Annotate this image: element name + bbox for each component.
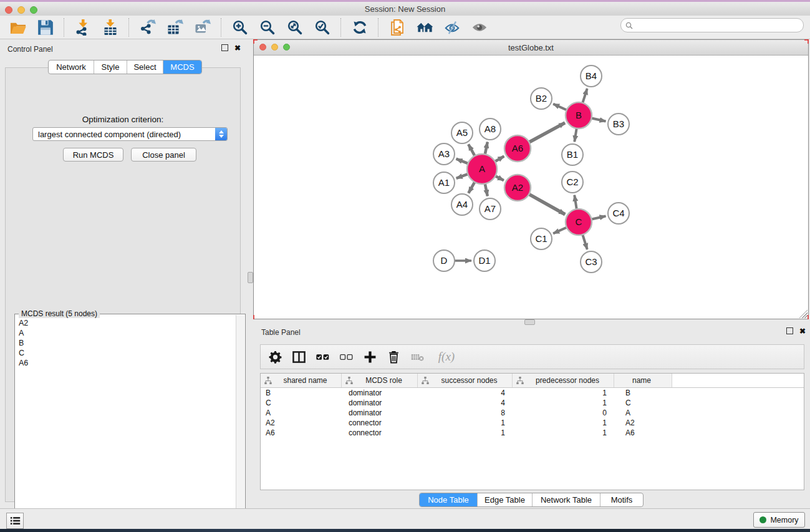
node-label-A7: A7 [485, 203, 496, 214]
edge-C-C3[interactable] [582, 233, 587, 249]
eye-hide-button[interactable] [443, 19, 461, 36]
mcds-result-item[interactable]: C [16, 348, 236, 358]
edge-B-B3[interactable] [591, 118, 606, 121]
refresh-button[interactable] [350, 19, 369, 36]
table-row[interactable]: Adominator80A [261, 408, 804, 418]
tab-mcds[interactable]: MCDS [163, 60, 201, 74]
mcds-result-item[interactable]: A2 [16, 318, 236, 328]
mcds-result-item[interactable]: B [16, 338, 236, 348]
network-column-icon [342, 377, 353, 384]
edge-C-C4[interactable] [591, 216, 606, 219]
check-all-button[interactable] [316, 349, 330, 364]
search-field[interactable] [620, 18, 804, 32]
import-table-button[interactable] [101, 19, 120, 36]
node-label-B1: B1 [567, 149, 578, 160]
export-image-button[interactable] [193, 19, 212, 36]
edge-B-B1[interactable] [574, 127, 577, 142]
criterion-dropdown[interactable]: largest connected component (directed) [32, 127, 228, 141]
float-panel-icon[interactable] [221, 44, 228, 51]
edge-B-B2[interactable] [553, 104, 568, 111]
column-header-name[interactable]: name [614, 374, 672, 387]
eye-show-button[interactable] [470, 19, 489, 36]
node-label-A8: A8 [485, 123, 496, 134]
tab-node-table[interactable]: Node Table [420, 493, 478, 506]
edge-A-A8[interactable] [485, 142, 487, 156]
network-window-titlebar[interactable]: testGlobe.txt [254, 40, 808, 56]
toolbar-group [130, 19, 221, 36]
table-row[interactable]: A6connector11A6 [261, 428, 804, 438]
zoom-out-button[interactable] [258, 19, 277, 36]
table-cell: A6 [261, 428, 342, 437]
float-table-panel-icon[interactable] [786, 327, 793, 334]
uncheck-all-button[interactable] [339, 349, 354, 364]
delete-table-button [410, 349, 425, 364]
gear-button[interactable] [268, 349, 282, 364]
close-table-panel-icon[interactable]: ✖ [799, 328, 806, 334]
close-panel-icon[interactable]: ✖ [234, 45, 241, 51]
add-column-icon [364, 351, 377, 364]
table-header-row: shared nameMCDS rolesuccessor nodesprede… [261, 374, 804, 388]
run-mcds-button[interactable]: Run MCDS [63, 148, 123, 162]
main-toolbar [0, 16, 810, 39]
table-cell: 0 [513, 409, 614, 417]
import-network-button[interactable] [74, 19, 92, 36]
edge-A-A4[interactable] [468, 181, 475, 193]
edge-A-A1[interactable] [456, 173, 470, 178]
network-canvas[interactable]: AA6A2BCA5A8A3A1A4A7B2B4B3B1C2C4C1C3DD1 [254, 56, 808, 319]
table-cell: dominator [342, 399, 418, 407]
edge-A-A7[interactable] [485, 183, 487, 196]
column-header-successor-nodes[interactable]: successor nodes [418, 374, 513, 387]
nodes-layer: AA6A2BCA5A8A3A1A4A7B2B4B3B1C2C4C1C3DD1 [433, 65, 629, 273]
split-view-icon [292, 351, 306, 364]
split-view-button[interactable] [292, 349, 306, 364]
edge-B-B4[interactable] [582, 89, 587, 104]
tab-motifs[interactable]: Motifs [600, 493, 643, 506]
edge-A-A3[interactable] [456, 159, 470, 164]
column-header-MCDS-role[interactable]: MCDS role [342, 374, 418, 387]
clone-network-button[interactable] [388, 19, 407, 36]
search-input[interactable] [633, 21, 803, 30]
add-column-button[interactable] [363, 349, 377, 364]
close-panel-button[interactable]: Close panel [131, 148, 196, 162]
table-row[interactable]: Cdominator41C [261, 398, 804, 408]
tab-style[interactable]: Style [94, 60, 127, 74]
mcds-result-item[interactable]: A [16, 328, 236, 338]
edge-A2-C[interactable] [528, 193, 566, 214]
table-row[interactable]: Bdominator41B [261, 388, 804, 398]
mcds-result-item[interactable]: A6 [16, 358, 236, 368]
clone-network-icon [389, 19, 405, 36]
mcds-result-title: MCDS result (5 nodes) [19, 309, 100, 318]
save-button[interactable] [36, 19, 55, 36]
table-cell: A [261, 409, 342, 417]
window-resize-grip[interactable] [799, 309, 808, 318]
edge-C-C2[interactable] [574, 195, 577, 210]
trash-button[interactable] [387, 349, 401, 364]
home-pair-button[interactable] [415, 19, 434, 36]
open-folder-button[interactable] [9, 19, 27, 36]
edge-A-A5[interactable] [468, 144, 475, 157]
task-history-button[interactable] [6, 513, 24, 529]
export-table-button[interactable] [166, 19, 185, 36]
tab-network-table[interactable]: Network Table [533, 493, 600, 506]
zoom-selected-button[interactable] [313, 19, 332, 36]
zoom-out-icon [259, 19, 276, 36]
tab-edge-table[interactable]: Edge Table [478, 493, 533, 506]
column-header-predecessor-nodes[interactable]: predecessor nodes [513, 374, 614, 387]
zoom-in-button[interactable] [231, 19, 249, 36]
edge-C-C1[interactable] [553, 227, 568, 234]
column-header-shared-name[interactable]: shared name [261, 374, 342, 387]
control-panel: Control Panel ✖ NetworkStyleSelectMCDS O… [0, 39, 247, 508]
toolbar-group [379, 19, 498, 36]
zoom-fit-icon [287, 19, 303, 36]
split-divider-handle-vertical[interactable] [248, 272, 253, 283]
edge-A6-B[interactable] [528, 123, 565, 143]
result-list-scrollbar[interactable] [236, 315, 244, 527]
export-network-button[interactable] [138, 19, 157, 36]
tab-select[interactable]: Select [127, 60, 163, 74]
table-row[interactable]: A2connector11A2 [261, 418, 804, 428]
tab-network[interactable]: Network [49, 60, 94, 74]
network-graph: AA6A2BCA5A8A3A1A4A7B2B4B3B1C2C4C1C3DD1 [254, 56, 808, 319]
memory-button[interactable]: Memory [753, 512, 805, 528]
memory-status-icon [759, 516, 766, 523]
zoom-fit-button[interactable] [286, 19, 304, 36]
